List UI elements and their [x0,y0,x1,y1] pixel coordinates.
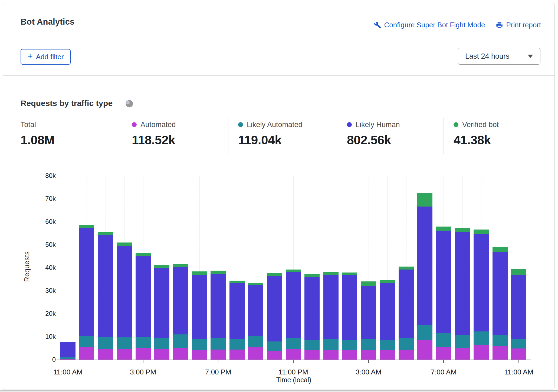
bar-segment-likely-human[interactable] [493,252,508,335]
bar-segment-automated[interactable] [117,349,132,360]
bar-segment-likely-human[interactable] [323,275,339,339]
bar-segment-verified-bot[interactable] [493,247,508,252]
bar-segment-likely-automated[interactable] [493,335,508,346]
stacked-bar[interactable] [192,271,207,360]
stat-likely-automated[interactable]: Likely Automated 119.04k [228,118,337,154]
bar-segment-automated[interactable] [136,348,151,360]
bar-segment-verified-bot[interactable] [136,253,151,256]
bar-segment-likely-human[interactable] [211,274,226,338]
bar-segment-likely-human[interactable] [267,276,282,341]
stacked-bar[interactable] [455,228,470,360]
stacked-bar[interactable] [323,272,339,360]
bar-segment-automated[interactable] [493,346,508,360]
bar-segment-likely-human[interactable] [248,285,263,336]
bar-segment-likely-human[interactable] [136,256,151,337]
bar-segment-automated[interactable] [436,347,451,360]
stacked-bar[interactable] [436,227,451,360]
bar-segment-likely-human[interactable] [511,275,526,339]
bar-segment-verified-bot[interactable] [511,269,526,275]
bar-segment-automated[interactable] [361,350,376,360]
bar-segment-automated[interactable] [342,350,357,360]
stacked-bar[interactable] [493,247,508,360]
stacked-bar[interactable] [98,232,113,360]
bar-segment-likely-automated[interactable] [229,339,245,350]
bar-segment-likely-automated[interactable] [323,339,339,350]
bar-segment-likely-human[interactable] [79,228,94,336]
bar-segment-likely-automated[interactable] [436,333,451,347]
bar-segment-likely-automated[interactable] [267,341,282,351]
bar-segment-verified-bot[interactable] [286,270,301,272]
stacked-bar[interactable] [304,274,320,360]
stacked-bar[interactable] [267,273,282,360]
bar-segment-verified-bot[interactable] [455,228,470,232]
bar-segment-automated[interactable] [248,347,263,360]
bar-segment-likely-automated[interactable] [511,339,526,348]
bar-segment-likely-automated[interactable] [211,338,226,350]
stacked-bar[interactable] [117,242,132,360]
bar-segment-likely-human[interactable] [361,286,376,339]
stacked-bar[interactable] [417,193,432,360]
bar-segment-verified-bot[interactable] [117,242,132,246]
bar-segment-automated[interactable] [304,350,320,360]
bar-segment-likely-human[interactable] [304,277,320,340]
bar-segment-verified-bot[interactable] [417,193,432,207]
bar-segment-likely-automated[interactable] [380,340,395,350]
configure-super-bot-fight-mode-link[interactable]: Configure Super Bot Fight Mode [374,21,485,29]
bar-segment-automated[interactable] [399,350,414,360]
bar-segment-verified-bot[interactable] [98,232,113,235]
bar-segment-verified-bot[interactable] [342,273,357,275]
stacked-bar[interactable] [474,230,489,360]
bar-segment-automated[interactable] [323,350,339,360]
bar-segment-likely-human[interactable] [342,275,357,340]
bar-segment-likely-automated[interactable] [304,340,320,350]
bar-segment-verified-bot[interactable] [79,225,94,228]
bar-segment-automated[interactable] [60,359,76,360]
bar-segment-likely-automated[interactable] [98,337,113,349]
add-filter-button[interactable]: + Add filter [21,49,71,65]
stat-verified-bot[interactable]: Verified bot 41.38k [444,118,555,154]
bar-segment-likely-human[interactable] [455,232,470,335]
stacked-bar[interactable] [229,281,245,360]
bar-segment-likely-human[interactable] [229,283,245,339]
bar-segment-verified-bot[interactable] [304,274,320,277]
bar-segment-verified-bot[interactable] [361,281,376,286]
print-report-link[interactable]: Print report [496,21,541,29]
bar-segment-likely-human[interactable] [436,231,451,333]
stacked-bar[interactable] [136,253,151,360]
bar-segment-verified-bot[interactable] [211,271,226,274]
bar-segment-verified-bot[interactable] [323,272,339,275]
bar-segment-automated[interactable] [417,340,432,360]
bar-segment-likely-automated[interactable] [417,325,432,340]
stacked-bar[interactable] [361,281,376,360]
bar-segment-likely-automated[interactable] [173,334,188,348]
bar-segment-likely-automated[interactable] [361,339,376,350]
stat-likely-human[interactable]: Likely Human 802.56k [337,118,444,154]
bar-segment-likely-human[interactable] [154,268,169,338]
bar-segment-likely-automated[interactable] [192,339,207,350]
bar-segment-automated[interactable] [211,350,226,360]
bar-segment-likely-automated[interactable] [248,336,263,347]
stacked-bar[interactable] [173,264,188,360]
bar-segment-verified-bot[interactable] [229,281,245,283]
bar-segment-automated[interactable] [455,348,470,360]
bar-segment-verified-bot[interactable] [173,264,188,267]
bar-segment-automated[interactable] [173,348,188,360]
stacked-bar[interactable] [511,269,526,360]
bar-segment-likely-human[interactable] [117,246,132,337]
bar-segment-likely-automated[interactable] [154,338,169,349]
stacked-bar[interactable] [79,225,94,360]
stacked-bar[interactable] [380,280,395,360]
bar-segment-automated[interactable] [154,349,169,360]
bar-segment-automated[interactable] [511,348,526,360]
bar-segment-likely-human[interactable] [474,234,489,331]
bar-segment-likely-human[interactable] [192,275,207,338]
bar-segment-automated[interactable] [79,347,94,360]
bar-segment-likely-automated[interactable] [286,338,301,349]
stacked-bar[interactable] [286,270,301,360]
bar-segment-automated[interactable] [98,349,113,360]
bar-segment-verified-bot[interactable] [192,271,207,275]
stat-automated[interactable]: Automated 118.52k [122,118,228,154]
bar-segment-verified-bot[interactable] [436,227,451,231]
bar-segment-likely-automated[interactable] [79,336,94,347]
bar-segment-verified-bot[interactable] [399,267,414,270]
